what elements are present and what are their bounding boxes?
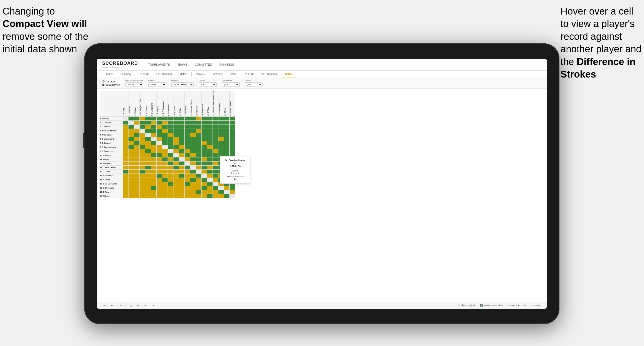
matrix-cell[interactable]: [151, 121, 157, 125]
matrix-cell[interactable]: [207, 170, 213, 174]
matrix-cell[interactable]: [145, 121, 151, 125]
matrix-cell[interactable]: [224, 117, 230, 121]
matrix-cell[interactable]: [190, 162, 196, 166]
matrix-cell[interactable]: [162, 145, 168, 149]
matrix-cell[interactable]: [123, 162, 128, 166]
matrix-cell[interactable]: [190, 145, 196, 149]
matrix-cell[interactable]: [157, 145, 162, 149]
matrix-cell[interactable]: [145, 141, 151, 145]
matrix-cell[interactable]: [190, 157, 196, 162]
matrix-cell[interactable]: [145, 117, 151, 121]
matrix-cell[interactable]: [185, 186, 190, 190]
matrix-cell[interactable]: [173, 162, 179, 166]
matrix-cell[interactable]: [196, 149, 202, 153]
matrix-cell[interactable]: [123, 157, 128, 162]
matrix-cell[interactable]: [179, 121, 185, 125]
matrix-cell[interactable]: [123, 186, 128, 190]
matrix-cell[interactable]: [168, 141, 173, 145]
matrix-cell[interactable]: [213, 117, 218, 121]
matrix-cell[interactable]: [145, 194, 151, 198]
matrix-cell[interactable]: [202, 174, 207, 178]
matrix-cell[interactable]: [173, 121, 179, 125]
matrix-cell[interactable]: [134, 162, 140, 166]
matrix-cell[interactable]: [202, 153, 207, 157]
matrix-cell[interactable]: [190, 182, 196, 186]
matrix-cell[interactable]: [157, 125, 162, 129]
matrix-cell[interactable]: [128, 125, 134, 129]
history-btn[interactable]: ↺: [118, 304, 122, 307]
matrix-cell[interactable]: [190, 190, 196, 194]
full-view-radio[interactable]: [102, 80, 104, 83]
matrix-cell[interactable]: [190, 133, 196, 137]
grid-btn[interactable]: ⊞: [523, 304, 528, 307]
matrix-cell[interactable]: [196, 178, 202, 182]
matrix-cell[interactable]: [145, 162, 151, 166]
division-select[interactable]: NCAA Division I: [171, 82, 194, 87]
zoom-fit-btn[interactable]: ⊡: [128, 304, 133, 307]
matrix-cell[interactable]: [196, 133, 202, 137]
matrix-cell[interactable]: [224, 129, 230, 133]
matrix-cell[interactable]: [202, 141, 207, 145]
matrix-scroll[interactable]: 10. Brendan Valdes vs 11. Mats Ege Recor…: [97, 89, 547, 302]
matrix-cell[interactable]: [190, 117, 196, 121]
matrix-cell[interactable]: [140, 137, 145, 141]
matrix-cell[interactable]: [162, 166, 168, 170]
matrix-cell[interactable]: [196, 182, 202, 186]
matrix-cell[interactable]: [157, 149, 162, 153]
matrix-cell[interactable]: [213, 149, 218, 153]
matrix-cell[interactable]: [207, 117, 213, 121]
matrix-cell[interactable]: [145, 174, 151, 178]
matrix-cell[interactable]: [134, 121, 140, 125]
matrix-cell[interactable]: [140, 121, 145, 125]
matrix-cell[interactable]: [162, 157, 168, 162]
matrix-cell[interactable]: [213, 186, 218, 190]
matrix-cell[interactable]: [157, 137, 162, 141]
matrix-cell[interactable]: [134, 157, 140, 162]
matrix-cell[interactable]: [213, 157, 218, 162]
matrix-cell[interactable]: [140, 149, 145, 153]
matrix-cell[interactable]: [202, 137, 207, 141]
matrix-cell[interactable]: [173, 153, 179, 157]
matrix-cell[interactable]: [140, 133, 145, 137]
matrix-cell[interactable]: [140, 157, 145, 162]
matrix-cell[interactable]: [123, 190, 128, 194]
matrix-cell[interactable]: [230, 141, 235, 145]
matrix-cell[interactable]: [140, 190, 145, 194]
view-original-btn[interactable]: ⊙ View: Original: [457, 304, 476, 307]
matrix-cell[interactable]: [202, 133, 207, 137]
matrix-cell[interactable]: [128, 174, 134, 178]
matrix-cell[interactable]: [213, 129, 218, 133]
matrix-cell[interactable]: [151, 149, 157, 153]
matrix-cell[interactable]: [207, 121, 213, 125]
matrix-cell[interactable]: [218, 141, 224, 145]
matrix-cell[interactable]: [202, 166, 207, 170]
matrix-cell[interactable]: [134, 194, 140, 198]
tab-h2h-grid1[interactable]: H2H Grid: [135, 71, 153, 78]
matrix-cell[interactable]: [145, 157, 151, 162]
matrix-cell[interactable]: [179, 178, 185, 182]
matrix-cell[interactable]: [179, 153, 185, 157]
matrix-cell[interactable]: [230, 129, 235, 133]
matrix-cell[interactable]: [168, 137, 173, 141]
matrix-cell[interactable]: [213, 145, 218, 149]
matrix-cell[interactable]: [157, 153, 162, 157]
matrix-cell[interactable]: [134, 137, 140, 141]
matrix-cell[interactable]: [162, 133, 168, 137]
matrix-cell[interactable]: [218, 121, 224, 125]
matrix-cell[interactable]: [168, 129, 173, 133]
matrix-cell[interactable]: [134, 153, 140, 157]
matrix-cell[interactable]: [202, 121, 207, 125]
matrix-cell[interactable]: [157, 157, 162, 162]
matrix-cell[interactable]: [224, 133, 230, 137]
matrix-cell[interactable]: [213, 174, 218, 178]
matrix-cell[interactable]: [179, 125, 185, 129]
matrix-cell[interactable]: [179, 186, 185, 190]
matrix-cell[interactable]: [224, 149, 230, 153]
matrix-cell[interactable]: [168, 121, 173, 125]
matrix-cell[interactable]: [207, 190, 213, 194]
matrix-cell[interactable]: [207, 166, 213, 170]
matrix-cell[interactable]: [157, 117, 162, 121]
matrix-cell[interactable]: [218, 137, 224, 141]
matrix-cell[interactable]: [173, 190, 179, 194]
matrix-cell[interactable]: [168, 166, 173, 170]
